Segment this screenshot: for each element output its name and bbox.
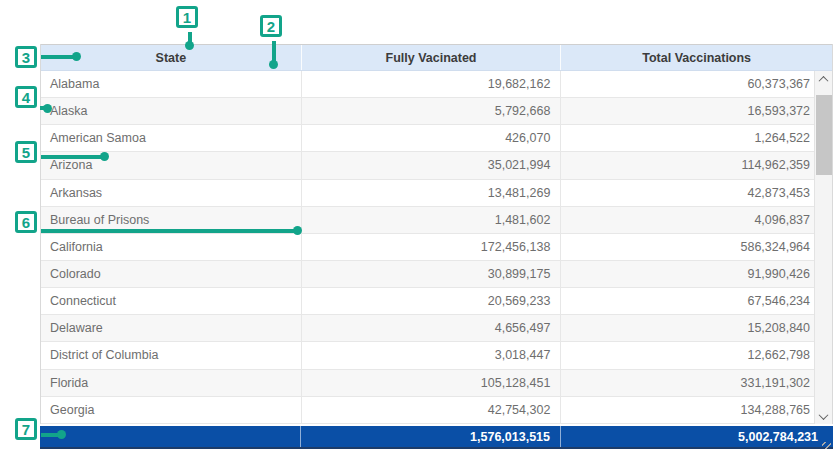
- cell-state[interactable]: Arkansas: [41, 180, 302, 206]
- callout-dot: [43, 104, 52, 113]
- cell-total-vaccinations[interactable]: 586,324,964: [561, 234, 832, 260]
- cell-total-vaccinations[interactable]: 331,191,302: [561, 370, 832, 396]
- column-header-total-vaccinations[interactable]: Total Vaccinations: [561, 45, 832, 70]
- table-row[interactable]: Georgia42,754,302134,288,765: [41, 397, 832, 424]
- column-header-fully-vacinated[interactable]: Fully Vacinated: [302, 45, 562, 70]
- cell-total-vaccinations[interactable]: 114,962,359: [561, 152, 832, 178]
- callout-number: 3: [22, 50, 30, 65]
- callout-number: 6: [22, 215, 30, 230]
- cell-state[interactable]: Georgia: [41, 397, 302, 423]
- cell-state[interactable]: Connecticut: [41, 288, 302, 314]
- table-row[interactable]: California172,456,138586,324,964: [41, 234, 832, 261]
- summary-cell-total-vaccinations: 5,002,784,231: [561, 426, 832, 447]
- callout-number-box: 5: [15, 141, 37, 163]
- cell-state[interactable]: Delaware: [41, 315, 302, 341]
- cell-total-vaccinations[interactable]: 60,373,367: [561, 71, 832, 97]
- cell-total-vaccinations[interactable]: 42,873,453: [561, 180, 832, 206]
- callout-number: 4: [22, 90, 30, 105]
- table-row[interactable]: Delaware4,656,49715,208,840: [41, 315, 832, 342]
- callout-number-box: 3: [15, 46, 37, 68]
- resize-grip-icon[interactable]: [822, 442, 831, 449]
- table-body: Alabama19,682,16260,373,367Alaska5,792,6…: [41, 71, 832, 424]
- callout-number: 2: [267, 19, 275, 34]
- table-row[interactable]: District of Columbia3,018,44712,662,798: [41, 342, 832, 369]
- table-row[interactable]: Alaska5,792,66816,593,372: [41, 98, 832, 125]
- cell-fully-vacinated[interactable]: 3,018,447: [302, 342, 562, 368]
- cell-fully-vacinated[interactable]: 13,481,269: [302, 180, 562, 206]
- cell-total-vaccinations[interactable]: 67,546,234: [561, 288, 832, 314]
- callout-dot: [293, 226, 302, 235]
- cell-total-vaccinations[interactable]: 15,208,840: [561, 315, 832, 341]
- table-header-row: State Fully Vacinated Total Vaccinations: [41, 44, 832, 71]
- cell-total-vaccinations[interactable]: 12,662,798: [561, 342, 832, 368]
- cell-fully-vacinated[interactable]: 35,021,994: [302, 152, 562, 178]
- cell-total-vaccinations[interactable]: 134,288,765: [561, 397, 832, 423]
- callout-number-box: 6: [15, 211, 37, 233]
- cell-fully-vacinated[interactable]: 5,792,668: [302, 98, 562, 124]
- cell-state[interactable]: District of Columbia: [41, 342, 302, 368]
- cell-fully-vacinated[interactable]: 30,899,175: [302, 261, 562, 287]
- table-row[interactable]: Alabama19,682,16260,373,367: [41, 71, 832, 98]
- cell-total-vaccinations[interactable]: 1,264,522: [561, 125, 832, 151]
- cell-fully-vacinated[interactable]: 42,754,302: [302, 397, 562, 423]
- callout-number-box: 1: [176, 6, 198, 28]
- cell-fully-vacinated[interactable]: 105,128,451: [302, 370, 562, 396]
- cell-state[interactable]: Alabama: [41, 71, 302, 97]
- callout-number: 1: [183, 10, 191, 25]
- scroll-down-button[interactable]: [815, 408, 832, 424]
- callout-dot: [57, 430, 66, 439]
- callout-dot: [100, 152, 109, 161]
- callout-number-box: 4: [15, 86, 37, 108]
- scroll-up-icon: [819, 75, 829, 85]
- screenshot-root: State Fully Vacinated Total Vaccinations…: [0, 0, 833, 453]
- attribute-table: State Fully Vacinated Total Vaccinations…: [40, 44, 833, 449]
- table-row[interactable]: Florida105,128,451331,191,302: [41, 370, 832, 397]
- cell-fully-vacinated[interactable]: 172,456,138: [302, 234, 562, 260]
- callout-number-box: 2: [260, 15, 282, 37]
- vertical-scrollbar[interactable]: [814, 71, 832, 424]
- cell-total-vaccinations[interactable]: 91,990,426: [561, 261, 832, 287]
- summary-row: 1,576,013,515 5,002,784,231: [40, 426, 833, 449]
- callout-dot: [269, 60, 278, 69]
- summary-cell-state: [40, 426, 301, 447]
- cell-fully-vacinated[interactable]: 1,481,602: [302, 207, 562, 233]
- cell-state[interactable]: Colorado: [41, 261, 302, 287]
- cell-state[interactable]: Alaska: [41, 98, 302, 124]
- scroll-down-icon: [819, 410, 829, 420]
- cell-fully-vacinated[interactable]: 4,656,497: [302, 315, 562, 341]
- cell-fully-vacinated[interactable]: 20,569,233: [302, 288, 562, 314]
- scrollbar-thumb[interactable]: [816, 95, 832, 175]
- callout-number-box: 7: [15, 418, 37, 440]
- table-row[interactable]: Connecticut20,569,23367,546,234: [41, 288, 832, 315]
- callout-number: 7: [22, 422, 30, 437]
- cell-fully-vacinated[interactable]: 426,070: [302, 125, 562, 151]
- table-row[interactable]: Arkansas13,481,26942,873,453: [41, 180, 832, 207]
- summary-cell-fully-vacinated: 1,576,013,515: [301, 426, 561, 447]
- cell-total-vaccinations[interactable]: 4,096,837: [561, 207, 832, 233]
- table-row[interactable]: Colorado30,899,17591,990,426: [41, 261, 832, 288]
- callout-dot: [72, 52, 81, 61]
- cell-state[interactable]: California: [41, 234, 302, 260]
- callout-connector: [41, 229, 298, 233]
- scroll-up-button[interactable]: [815, 71, 832, 87]
- callout-connector: [41, 155, 105, 159]
- table-row[interactable]: American Samoa426,0701,264,522: [41, 125, 832, 152]
- callout-dot: [185, 41, 194, 50]
- table-grid: State Fully Vacinated Total Vaccinations…: [40, 44, 833, 424]
- table-row[interactable]: Arizona35,021,994114,962,359: [41, 152, 832, 179]
- cell-fully-vacinated[interactable]: 19,682,162: [302, 71, 562, 97]
- cell-state[interactable]: American Samoa: [41, 125, 302, 151]
- cell-total-vaccinations[interactable]: 16,593,372: [561, 98, 832, 124]
- cell-state[interactable]: Florida: [41, 370, 302, 396]
- callout-number: 5: [22, 145, 30, 160]
